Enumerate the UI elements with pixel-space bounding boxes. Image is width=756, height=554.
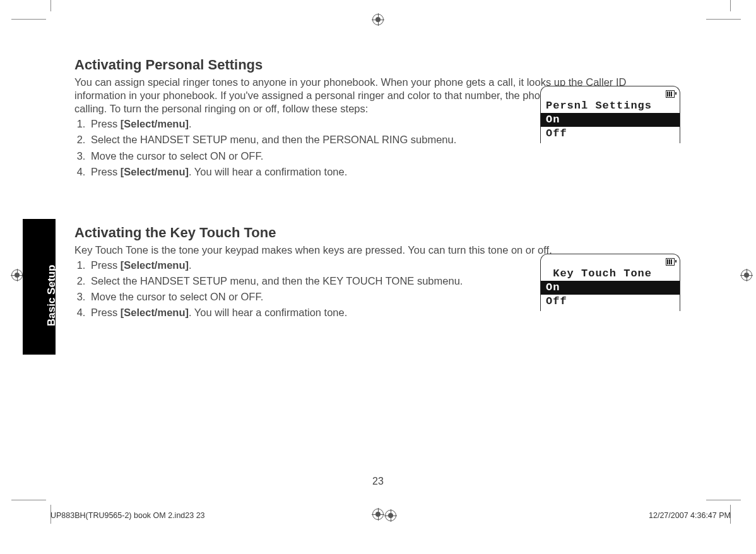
step-item: Press [Select/menu]. — [88, 258, 505, 273]
battery-icon — [541, 257, 680, 267]
steps-key-touch-tone: Press [Select/menu]. Select the HANDSET … — [88, 258, 505, 320]
chapter-tab: Basic Setup — [23, 219, 56, 355]
lcd-key-touch-tone: Key Touch Tone On Off — [540, 254, 680, 311]
section-personal-settings: Activating Personal Settings You can ass… — [74, 57, 680, 179]
lcd-selected-option: On — [541, 113, 680, 127]
section-key-touch-tone: Activating the Key Touch Tone Key Touch … — [74, 225, 680, 320]
registration-mark-footer — [385, 510, 396, 521]
print-footer: UP883BH(TRU9565-2) book OM 2.ind23 23 12… — [50, 511, 731, 520]
footer-left: UP883BH(TRU9565-2) book OM 2.ind23 23 — [50, 511, 205, 520]
step-item: Select the HANDSET SETUP menu, and then … — [88, 133, 505, 147]
registration-mark-right — [741, 269, 752, 281]
heading-personal-settings: Activating Personal Settings — [74, 57, 680, 73]
step-item: Move the cursor to select ON or OFF. — [88, 290, 505, 304]
footer-right: 12/27/2007 4:36:47 PM — [649, 511, 731, 520]
chapter-tab-label: Basic Setup — [45, 265, 58, 326]
step-item: Press [Select/menu]. You will hear a con… — [88, 305, 505, 320]
registration-mark-top — [372, 14, 384, 25]
battery-icon — [541, 89, 680, 99]
registration-mark-left — [11, 269, 23, 281]
step-item: Select the HANDSET SETUP menu, and then … — [88, 274, 505, 288]
step-item: Press [Select/menu]. — [88, 117, 505, 131]
heading-key-touch-tone: Activating the Key Touch Tone — [74, 225, 680, 241]
lcd-title: Persnl Settings — [541, 99, 680, 113]
lcd-title: Key Touch Tone — [541, 267, 680, 281]
step-item: Press [Select/menu]. You will hear a con… — [88, 165, 505, 179]
step-item: Move the cursor to select ON or OFF. — [88, 149, 505, 163]
lcd-other-option: Off — [541, 295, 680, 309]
steps-personal-settings: Press [Select/menu]. Select the HANDSET … — [88, 117, 505, 179]
lcd-selected-option: On — [541, 281, 680, 295]
page-number: 23 — [0, 476, 756, 487]
lcd-other-option: Off — [541, 127, 680, 141]
lcd-personal-settings: Persnl Settings On Off — [540, 86, 680, 143]
